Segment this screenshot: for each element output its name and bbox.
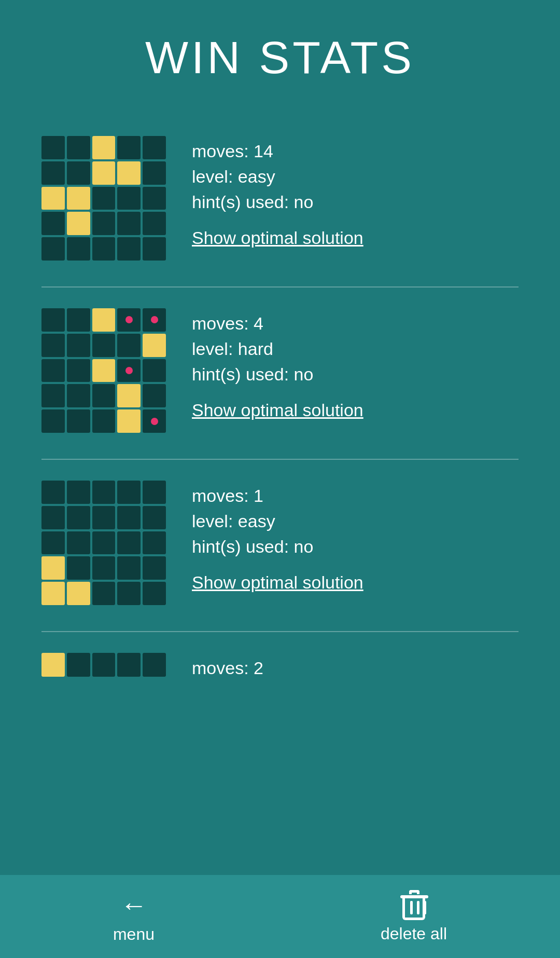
- grid-cell: [143, 506, 166, 529]
- grid-cell: [67, 161, 90, 185]
- grid-cell: [67, 359, 90, 382]
- grid-cell: [117, 506, 141, 529]
- grid-cell: [92, 653, 116, 677]
- grid-cell: [117, 308, 141, 332]
- grid-cell: [143, 481, 166, 504]
- grid-cell: [143, 334, 166, 357]
- menu-button[interactable]: ← menu: [113, 889, 155, 944]
- grid-cell: [67, 237, 90, 261]
- bottom-bar: ← menu delete all: [0, 875, 560, 958]
- pink-dot: [151, 418, 158, 425]
- moves-1: moves: 14: [192, 141, 519, 161]
- grid-cell: [92, 187, 116, 210]
- grid-cell: [67, 653, 90, 677]
- grid-cell: [41, 556, 65, 580]
- grid-cell: [117, 136, 141, 159]
- pink-dot: [125, 367, 133, 374]
- grid-cell: [41, 582, 65, 605]
- stat-info-3: moves: 1 level: easy hint(s) used: no Sh…: [192, 481, 519, 593]
- level-2: level: hard: [192, 339, 519, 359]
- grid-cell: [117, 187, 141, 210]
- grid-cell: [92, 237, 116, 261]
- grid-cell: [117, 212, 141, 235]
- grid-cell: [117, 531, 141, 555]
- stat-info-1: moves: 14 level: easy hint(s) used: no S…: [192, 136, 519, 248]
- grid-cell: [92, 212, 116, 235]
- pink-dot: [125, 316, 133, 323]
- grid-cell: [67, 582, 90, 605]
- level-3: level: easy: [192, 511, 519, 531]
- level-1: level: easy: [192, 167, 519, 187]
- pink-dot: [151, 316, 158, 323]
- grid-cell: [143, 409, 166, 433]
- grid-cell: [143, 212, 166, 235]
- grid-1: [41, 136, 166, 261]
- hints-2: hint(s) used: no: [192, 364, 519, 385]
- grid-cell: [92, 531, 116, 555]
- grid-cell: [67, 384, 90, 407]
- stat-info-4: moves: 2: [192, 653, 519, 683]
- menu-label: menu: [113, 925, 155, 944]
- grid-cell: [67, 409, 90, 433]
- grid-cell: [117, 359, 141, 382]
- grid-cell: [41, 384, 65, 407]
- grid-cell: [41, 409, 65, 433]
- grid-cell: [41, 531, 65, 555]
- grid-cell: [143, 161, 166, 185]
- grid-cell: [67, 556, 90, 580]
- grid-cell: [41, 359, 65, 382]
- grid-cell: [117, 161, 141, 185]
- grid-cell: [67, 506, 90, 529]
- grid-cell: [143, 237, 166, 261]
- grid-cell: [41, 136, 65, 159]
- moves-2: moves: 4: [192, 313, 519, 334]
- grid-cell: [92, 161, 116, 185]
- arrow-left-icon: ←: [120, 889, 147, 921]
- grid-cell: [92, 359, 116, 382]
- grid-cell: [117, 384, 141, 407]
- grid-cell: [41, 161, 65, 185]
- grid-cell: [41, 653, 65, 677]
- grid-cell: [92, 556, 116, 580]
- content-area: moves: 14 level: easy hint(s) used: no S…: [0, 105, 560, 704]
- grid-cell: [143, 187, 166, 210]
- grid-cell: [67, 136, 90, 159]
- hints-3: hint(s) used: no: [192, 537, 519, 557]
- moves-4: moves: 2: [192, 658, 519, 678]
- grid-cell: [143, 384, 166, 407]
- grid-cell: [143, 136, 166, 159]
- hints-1: hint(s) used: no: [192, 192, 519, 212]
- grid-cell: [143, 531, 166, 555]
- grid-cell: [41, 237, 65, 261]
- grid-cell: [67, 334, 90, 357]
- grid-cell: [92, 334, 116, 357]
- grid-cell: [92, 409, 116, 433]
- grid-cell: [143, 582, 166, 605]
- show-solution-3[interactable]: Show optimal solution: [192, 572, 363, 593]
- trash-icon: [400, 890, 427, 920]
- grid-cell: [67, 212, 90, 235]
- grid-cell: [117, 582, 141, 605]
- grid-cell: [117, 556, 141, 580]
- show-solution-2[interactable]: Show optimal solution: [192, 400, 363, 420]
- grid-cell: [143, 653, 166, 677]
- grid-cell: [92, 481, 116, 504]
- grid-cell: [143, 308, 166, 332]
- stat-entry-1: moves: 14 level: easy hint(s) used: no S…: [41, 115, 519, 288]
- grid-cell: [117, 481, 141, 504]
- grid-cell: [41, 187, 65, 210]
- grid-cell: [67, 308, 90, 332]
- show-solution-1[interactable]: Show optimal solution: [192, 228, 363, 248]
- grid-cell: [143, 556, 166, 580]
- grid-cell: [41, 334, 65, 357]
- delete-all-button[interactable]: delete all: [381, 890, 447, 943]
- grid-cell: [41, 308, 65, 332]
- grid-4-partial: [41, 653, 166, 679]
- stat-entry-2: moves: 4 level: hard hint(s) used: no Sh…: [41, 288, 519, 460]
- grid-cell: [117, 653, 141, 677]
- grid-cell: [67, 187, 90, 210]
- grid-cell: [41, 481, 65, 504]
- grid-cell: [143, 359, 166, 382]
- grid-cell: [92, 384, 116, 407]
- grid-3: [41, 481, 166, 605]
